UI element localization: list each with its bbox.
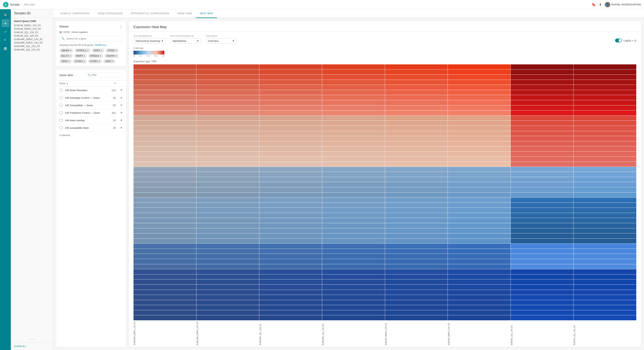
sample-item[interactable]: SUM149_DMSO_12H_R2 [14,27,50,31]
remove-gene-tag[interactable]: × [70,49,72,52]
heatmap-cell [448,300,510,305]
gene-set-radio[interactable] [60,88,63,92]
remove-gene-tag[interactable]: × [84,54,85,57]
gene-sets-table-header: Name ▲ # [56,80,126,86]
heatmap-cell [322,146,385,151]
heatmap-cell [511,239,574,244]
remove-gene-tag[interactable]: × [115,54,117,57]
heatmap-cell [448,193,510,198]
collapse-icon[interactable]: ‹ [49,12,50,15]
log2-toggle[interactable] [615,38,622,42]
heatmap-cell [196,193,259,198]
heatmap-cell [574,110,636,115]
gene-set-radio[interactable] [60,126,63,129]
tab-differential-expressions[interactable]: DIFFERENTIAL EXPRESSIONS [127,9,173,18]
sidenav-search[interactable]: 🔍 [2,36,9,44]
gene-set-radio[interactable] [60,118,63,122]
sample-item[interactable]: SUM149_DMSO_12H_R1 [14,24,50,27]
sample-item[interactable]: SUM149R_DMSO_12H_R2 [14,41,50,44]
app-name: Genialis [10,3,20,6]
heatmap-cell [134,75,196,80]
sample-item[interactable]: SUM149R_DMSO_12H_R1 [14,37,50,41]
prev-page[interactable]: ‹ [30,338,31,341]
heatmap-cell [259,239,322,244]
heatmap-cell [196,141,259,146]
heatmap-cell [196,110,259,115]
heatmap-cell [259,182,322,187]
gene-set-row[interactable]: 149 Down Resistent 215 👁 [56,86,126,94]
gene-sets-filter-input[interactable] [92,74,120,76]
sidenav-home[interactable]: 🏠 [2,11,9,18]
tab-gene-expression[interactable]: GENE EXPRESSION [94,9,127,18]
heatmap-cell [511,213,574,218]
heatmap-cell [448,90,510,95]
remove-gene-tag[interactable]: × [68,60,70,63]
tab-venn-view[interactable]: VENN VIEW [173,9,196,18]
gene-set-radio[interactable] [60,103,63,107]
heatmap-cell [448,228,510,233]
sidenav-analytics[interactable]: 📊 [2,45,9,52]
gene-set-eye[interactable]: 👁 [116,89,123,92]
clear-all-button[interactable]: CLEAR ALL [11,343,53,350]
gene-set-eye[interactable]: 👁 [116,104,123,107]
heatmap-cell [574,269,636,274]
remove-gene-tag[interactable]: × [83,60,85,63]
bookmark-icon[interactable]: 🔖 [592,2,596,7]
remove-gene-tag[interactable]: × [101,49,102,52]
heatmap-cell [196,254,259,259]
gene-set-radio[interactable] [60,96,63,99]
download-icon[interactable]: ⬇ [599,2,602,7]
sample-item[interactable]: SUM149R_JQ1_12H_R1 [14,44,50,48]
heatmap-cell [385,105,448,110]
heatmap-cell [196,100,259,105]
gene-set-eye[interactable]: 👁 [116,119,123,122]
heatmap-cell [196,121,259,126]
chart-layout-select[interactable]: Overview ▼ [206,38,237,44]
heatmap-cell [259,203,322,208]
gene-set-eye[interactable]: 👁 [116,111,123,114]
remove-gene-tag[interactable]: × [70,54,71,57]
gene-set-row[interactable]: 159 susceptible down 26 👁 [56,124,126,132]
remove-gene-tag[interactable]: × [98,60,100,63]
sample-item[interactable]: SUM149_JQ1_12H_R2 [14,34,50,37]
remove-gene-tag[interactable]: × [100,54,101,57]
genes-menu-icon[interactable]: ⋮ [119,24,123,29]
heatmap-cell [134,121,196,126]
gene-tags: ABHD4×AFAP1L1×AGPS×ATAD5×BCL7A×BNIP3×BTB… [56,48,126,66]
remove-gene-tag[interactable]: × [115,49,117,52]
heatmap-cell [134,193,196,198]
show-all-link[interactable]: SHOW ALL [95,44,106,46]
sample-item[interactable]: SUM149_JQ1_12H_R1 [14,31,50,34]
gene-set-radio[interactable] [60,111,63,114]
next-page[interactable]: › [33,338,34,341]
chart-layout-arrow: ▼ [232,39,234,42]
sort-cols-select[interactable]: Alphabetical ▼ [170,38,201,44]
heatmap-cell [574,131,636,136]
sort-rows-select[interactable]: Hierarchical clustering ▼ [134,38,166,44]
tab-sample-comparison[interactable]: SAMPLE COMPARISON [56,9,94,18]
sidenav-transfer[interactable]: ⇄ [2,28,9,35]
user-menu[interactable]: 👤 RAFAEL ROSENGARTEN [605,2,641,7]
col-name-header[interactable]: Name ▲ [60,82,108,85]
sample-item[interactable]: SUM149R_JQ1_12H_R2 [14,48,50,51]
heatmap-panel: Expression Heat Map Sort rows/genes by H… [129,21,641,347]
gene-set-row[interactable]: 149 Genotype Control — Down 43 👁 [56,94,126,102]
heatmap-cell [322,167,385,172]
gene-sets-filter[interactable]: 🔍 [86,73,123,77]
gene-search-input[interactable] [66,37,120,40]
gene-set-count: 161 [108,111,116,114]
gene-set-row[interactable]: 149 down overlap 10 👁 [56,117,126,124]
gene-set-eye[interactable]: 👁 [116,126,123,129]
sidenav-datasets[interactable]: ◈ [2,19,9,27]
tab-heat-map[interactable]: HEAT MAP [196,9,217,18]
genes-search-box[interactable]: 🔍 [60,36,123,41]
gene-set-eye[interactable]: 👁 [116,96,123,99]
gene-set-row[interactable]: 149 Treatment Control — Down 161 👁 [56,109,126,117]
gene-set-row[interactable]: 149 Susceptible — Down 55 👁 [56,102,126,109]
remove-gene-tag[interactable]: × [87,49,88,52]
heatmap-cell [259,254,322,259]
heatmap-cell [196,126,259,131]
heatmap-controls: Sort rows/genes by Hierarchical clusteri… [129,32,641,47]
remove-gene-tag[interactable]: × [112,60,114,63]
heatmap-cell [259,131,322,136]
